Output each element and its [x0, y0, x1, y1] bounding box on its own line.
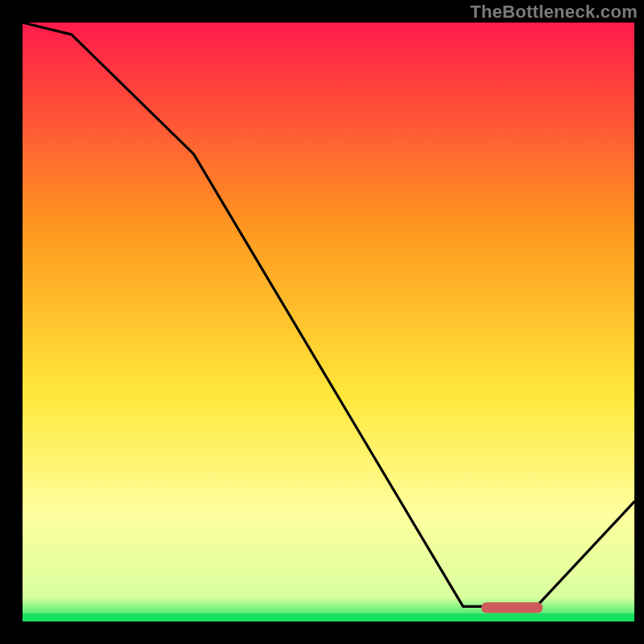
chart-svg [0, 0, 644, 644]
plot-area [23, 23, 634, 621]
green-baseline [23, 613, 634, 621]
minimum-marker [481, 602, 543, 613]
chart-canvas: TheBottleneck.com [0, 0, 644, 644]
